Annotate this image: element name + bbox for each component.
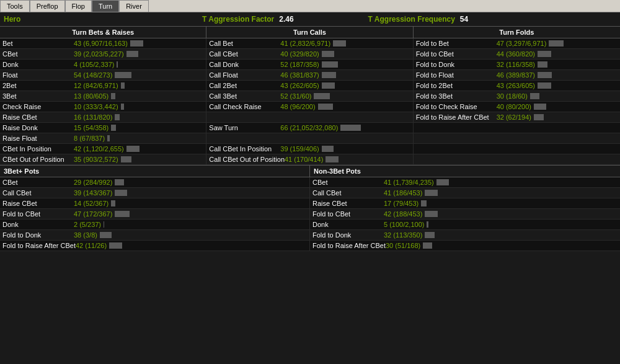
stat-bar [314,93,330,99]
cell-label: Fold to 3Bet [416,92,497,100]
cell-label: Fold to Donk [416,61,497,68]
cell-folds [414,154,620,164]
stat-bar [427,221,428,228]
stat-bar [117,61,118,68]
cell-folds: Fold to CBet44 (360/820) [414,49,620,59]
cell-label: Raise CBet [312,200,384,207]
aggr-freq-value: 54 [460,15,468,24]
three-bet-header: 3Bet+ Pots [0,166,310,177]
stat-bar [121,156,132,162]
cell-label: Fold to CBet [312,210,384,218]
cell: Fold to CBet47 (172/367) [0,209,310,219]
cell-label: Call CBet In Position [209,145,280,153]
main-data-table: Bet43 (6,907/16,163)Call Bet41 (2,832/6,… [0,38,620,165]
cell-label: Call 3Bet [209,92,280,100]
folds-header: Turn Folds [414,27,620,38]
stat-bar [530,93,539,99]
cell-label: Donk [2,221,74,228]
cell-value: 12 (842/6,971) [74,82,118,89]
cell-value: 41 (2,832/6,971) [280,40,330,47]
cell-calls [206,133,413,143]
cell-folds: Fold to 2Bet43 (263/605) [414,81,620,91]
cell-folds: Fold to Raise After CBet32 (62/194) [414,112,620,122]
tab-river[interactable]: River [119,0,149,12]
table-row: Raise Float8 (67/837) [0,133,620,144]
cell-value: 66 (21,052/32,080) [280,124,338,131]
table-row: 2Bet12 (842/6,971)Call 2Bet43 (262/605)F… [0,81,620,91]
tab-flop[interactable]: Flop [65,0,92,12]
cell-label: Saw Turn [209,124,280,131]
stat-bar [538,82,551,89]
tab-bar: Tools Preflop Flop Turn River [0,0,620,12]
cell-value: 41 (1,739/4,235) [384,179,434,186]
cell-label: Donk [2,61,74,68]
cell-label: Raise CBet [2,200,74,207]
cell-bets: CBet39 (2,023/5,227) [0,49,206,59]
table-row: Bet43 (6,907/16,163)Call Bet41 (2,832/6,… [0,38,620,49]
stat-bar [115,190,127,196]
stat-bar [111,125,116,131]
stat-bar [318,104,333,110]
cell-bets: CBet In Position42 (1,120/2,655) [0,144,206,154]
cell: Raise CBet14 (52/367) [0,198,310,208]
cell-bets: Float54 (148/273) [0,70,206,80]
tab-preflop[interactable]: Preflop [30,0,65,12]
cell-value: 13 (80/605) [74,92,108,100]
cell-value: 43 (6,907/16,163) [74,40,128,47]
cell-value: 39 (2,023/5,227) [74,50,124,58]
stat-bar [115,72,131,78]
cell-folds: Fold to 3Bet30 (18/60) [414,91,620,101]
hero-label: Hero [4,15,128,24]
cell-value: 52 (31/60) [280,92,311,100]
stat-bar [126,146,140,152]
cell: Fold to Raise After CBet42 (11/26) [0,241,310,251]
cell-value: 38 (3/8) [74,231,97,239]
cell-value: 35 (903/2,572) [74,156,118,163]
tab-turn[interactable]: Turn [92,0,119,12]
cell-calls: Call 3Bet52 (31/60) [206,91,413,101]
cell: Fold to CBet42 (188/453) [310,209,620,219]
cell-bets: Bet43 (6,907/16,163) [0,38,206,48]
cell-value: 10 (333/3,442) [74,103,118,110]
cell-bets: Raise CBet16 (131/820) [0,112,206,122]
cell-label: Call Float [209,71,280,79]
stat-bar [436,179,450,185]
cell-value: 32 (116/358) [497,61,535,68]
hero-row: Hero T Aggression Factor 2.46 T Aggressi… [0,12,620,26]
cell-label: Fold to Raise After CBet [2,242,76,249]
tab-tools[interactable]: Tools [0,0,30,12]
cell-bets: Check Raise10 (333/3,442) [0,102,206,112]
cell: CBet41 (1,739/4,235) [310,177,620,187]
cell-value: 39 (159/406) [280,145,319,153]
cell-folds [414,123,620,133]
cell-label: Call CBet [312,189,384,197]
cell-calls: Call Check Raise48 (96/200) [206,102,413,112]
cell-label: Fold to Raise After CBet [312,242,386,249]
cell-bets: Raise Float8 (67/837) [0,133,206,143]
aggr-factor-value: 2.46 [279,15,293,24]
cell-label: Call Donk [209,61,280,68]
cell-value: 41 (186/453) [384,189,422,197]
stat-bar [538,61,547,68]
stat-bar [322,82,335,89]
table-row: Fold to CBet47 (172/367)Fold to CBet42 (… [0,209,620,220]
cell: Call CBet39 (143/367) [0,188,310,198]
stat-bar [115,211,130,217]
stat-bar [107,135,110,141]
stat-bar [549,40,564,47]
stat-bar [121,82,125,89]
non-three-bet-header: Non-3Bet Pots [310,166,620,177]
stat-bar [111,93,115,99]
cell-value: 14 (52/367) [74,200,108,207]
stat-bar [322,72,336,78]
stat-bar [425,190,438,196]
cell-label: Fold to Bet [416,40,497,47]
sub-section-headers: 3Bet+ Pots Non-3Bet Pots [0,165,620,177]
cell: CBet29 (284/992) [0,177,310,187]
cell-label: Bet [2,40,74,47]
cell-value: 40 (80/200) [497,103,531,110]
stat-bar [538,51,551,57]
cell-value: 15 (54/358) [74,124,108,131]
cell-value: 48 (96/200) [280,103,315,110]
cell-label: Fold to Float [416,71,497,79]
